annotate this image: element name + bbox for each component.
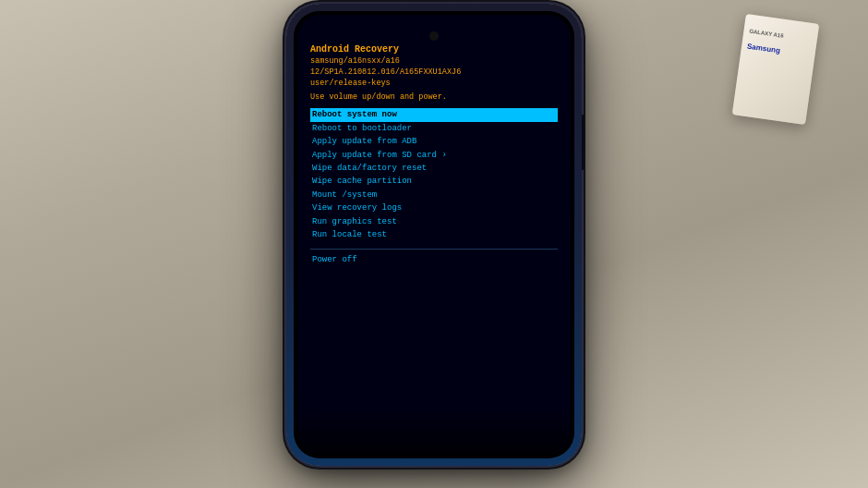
volume-instruction: Use volume up/down and power. — [310, 92, 558, 104]
recovery-header: Android Recovery samsung/a16nsxx/a16 12/… — [310, 43, 558, 103]
front-camera — [429, 31, 439, 41]
menu-item-wipe-factory[interactable]: Wipe data/factory reset — [310, 162, 558, 175]
recovery-title: Android Recovery — [310, 43, 558, 56]
samsung-box — [732, 14, 820, 125]
menu-item-apply-sd[interactable]: Apply update from SD card › — [310, 149, 558, 162]
menu-item-power-off[interactable]: Power off — [310, 253, 558, 266]
menu-item-locale-test[interactable]: Run locale test — [310, 228, 558, 241]
device-info-line1: samsung/a16nsxx/a16 — [310, 56, 558, 67]
recovery-screen: Android Recovery samsung/a16nsxx/a16 12/… — [310, 43, 558, 442]
menu-item-reboot-system[interactable]: Reboot system now — [310, 108, 558, 121]
menu-divider — [310, 249, 558, 250]
menu-item-reboot-bootloader[interactable]: Reboot to bootloader — [310, 122, 558, 135]
menu-item-mount-system[interactable]: Mount /system — [310, 189, 558, 201]
phone-bottom-area — [297, 409, 571, 455]
menu-item-apply-adb[interactable]: Apply update from ADB — [310, 135, 558, 148]
menu-item-view-recovery[interactable]: View recovery logs — [310, 201, 558, 214]
menu-item-graphics-test[interactable]: Run graphics test — [310, 215, 558, 228]
device-info-line3: user/release-keys — [310, 79, 558, 90]
recovery-menu: Reboot system now Reboot to bootloader A… — [310, 108, 558, 266]
menu-item-wipe-cache[interactable]: Wipe cache partition — [310, 175, 558, 188]
scene: Android Recovery samsung/a16nsxx/a16 12/… — [0, 0, 868, 488]
phone-screen: Android Recovery samsung/a16nsxx/a16 12/… — [297, 15, 571, 455]
device-info-line2: 12/SP1A.210812.016/A165FXXU1AXJ6 — [310, 67, 558, 79]
phone-body: Android Recovery samsung/a16nsxx/a16 12/… — [286, 4, 582, 466]
